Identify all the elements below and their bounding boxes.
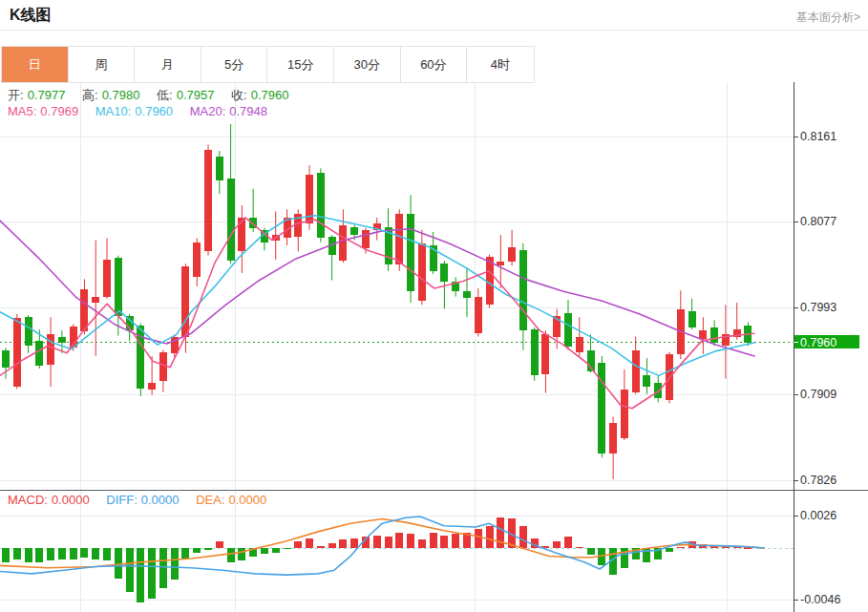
macd-bar xyxy=(306,538,313,548)
macd-bar xyxy=(587,548,595,555)
candle-body xyxy=(362,230,370,248)
macd-bar xyxy=(294,541,302,548)
y-axis-label: 0.7826 xyxy=(800,474,836,487)
macd-bar xyxy=(137,548,144,602)
macd-bar xyxy=(407,534,414,548)
macd-bar xyxy=(373,536,381,548)
macd-bar xyxy=(204,548,212,550)
candle-body xyxy=(216,157,223,180)
candle-body xyxy=(317,173,325,239)
y-axis-label: 0.8161 xyxy=(800,130,836,143)
macd-bar xyxy=(440,536,448,548)
candle-body xyxy=(350,227,358,236)
macd-bar xyxy=(677,547,685,548)
macd-bar xyxy=(261,548,268,554)
close-label: 收: xyxy=(231,88,247,102)
candle-body xyxy=(654,383,662,398)
candle-body xyxy=(58,337,66,343)
macd-bar xyxy=(497,517,504,548)
ma20-label: MA20: xyxy=(190,104,226,118)
high-label: 高: xyxy=(82,88,98,102)
macd-bar xyxy=(2,548,10,562)
candle-body xyxy=(193,243,201,278)
diff-value: 0.0000 xyxy=(141,493,180,507)
macd-bar xyxy=(339,539,347,548)
candle-body xyxy=(643,375,650,387)
close-value: 0.7960 xyxy=(251,88,289,102)
candle-body xyxy=(688,311,696,327)
macd-label: MACD: xyxy=(8,493,48,507)
macd-bar xyxy=(148,548,156,599)
y-axis-label: 0.0026 xyxy=(800,509,836,522)
candle-body xyxy=(148,383,156,390)
y-axis-label: 0.8077 xyxy=(800,215,836,228)
candle-body xyxy=(564,313,572,347)
candle-body xyxy=(508,247,516,262)
macd-bar xyxy=(103,548,111,560)
candle-body xyxy=(92,297,99,303)
dea-label: DEA: xyxy=(196,493,224,507)
ma5-label: MA5: xyxy=(8,104,36,118)
candle-body xyxy=(632,350,640,392)
macd-bar xyxy=(284,548,291,549)
candle-body xyxy=(710,327,718,343)
macd-bar xyxy=(486,526,494,548)
macd-bar xyxy=(70,548,77,559)
macd-bar xyxy=(519,526,527,548)
y-axis-label: -0.0046 xyxy=(800,593,840,606)
macd-bar xyxy=(430,533,437,548)
macd-bar xyxy=(227,548,235,562)
y-axis-label: 0.7909 xyxy=(800,388,836,401)
macd-bar xyxy=(385,537,392,548)
low-value: 0.7957 xyxy=(177,88,215,102)
candle-body xyxy=(35,341,43,366)
low-label: 低: xyxy=(157,88,173,102)
macd-bar xyxy=(452,534,459,548)
candle-body xyxy=(621,390,628,438)
ma20-line xyxy=(0,221,754,356)
candle-body xyxy=(440,264,448,281)
macd-value: 0.0000 xyxy=(52,493,90,507)
candle-body xyxy=(598,363,605,454)
macd-bar xyxy=(238,548,245,560)
ma5-line xyxy=(0,218,754,409)
dea-value: 0.0000 xyxy=(229,493,267,507)
diff-label: DIFF: xyxy=(106,493,138,507)
macd-bar xyxy=(553,541,561,548)
candle-body xyxy=(115,258,122,316)
macd-bar xyxy=(475,529,482,548)
ohlc-legend: 开:0.7977 高:0.7980 低:0.7957 收:0.7960 xyxy=(8,87,292,104)
macd-bar xyxy=(181,548,189,559)
macd-bar xyxy=(193,548,201,553)
macd-bar xyxy=(115,548,122,579)
macd-bar xyxy=(216,541,223,548)
candle-body xyxy=(103,260,111,297)
candle-body xyxy=(463,291,471,297)
candle-body xyxy=(2,350,10,368)
candle-body xyxy=(238,218,245,251)
ma5-value: 0.7969 xyxy=(40,104,78,118)
open-label: 开: xyxy=(8,88,24,102)
candle-body xyxy=(576,337,583,352)
macd-bar xyxy=(47,548,54,560)
high-value: 0.7980 xyxy=(102,88,140,102)
candle-body xyxy=(407,214,414,292)
current-price-value: 0.7960 xyxy=(800,336,836,349)
diff-line xyxy=(0,517,764,575)
candle-body xyxy=(339,225,347,261)
macd-bar xyxy=(395,533,403,548)
candle-body xyxy=(418,243,426,301)
candle-body xyxy=(519,250,527,330)
macd-bar xyxy=(25,548,32,562)
macd-bar xyxy=(666,548,673,552)
ma-legend: MA5:0.7969 MA10:0.7960 MA20:0.7948 xyxy=(8,104,271,118)
macd-bar xyxy=(35,548,43,562)
candle-body xyxy=(25,317,32,346)
macd-bar xyxy=(13,548,21,559)
candle-body xyxy=(395,214,403,265)
candle-body xyxy=(227,179,235,261)
macd-bar xyxy=(58,548,66,559)
macd-bar xyxy=(418,539,426,548)
macd-bar xyxy=(80,548,88,558)
macd-bar xyxy=(171,548,179,580)
